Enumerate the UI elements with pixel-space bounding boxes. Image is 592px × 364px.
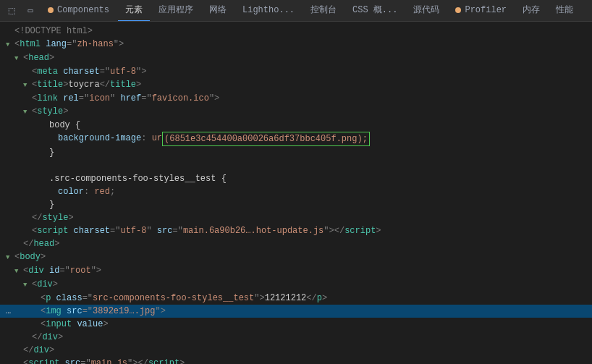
tab-profiler[interactable]: Profiler [448, 0, 514, 22]
collapse-arrow[interactable] [23, 78, 32, 92]
css-selector2: .src-components-foo-styles__test { [49, 172, 227, 185]
tab-elements[interactable]: 元素 [118, 0, 150, 22]
css-close-brace2: } [49, 198, 54, 211]
code-line: <link rel="icon" href="favicon.ico" > [0, 92, 592, 105]
code-line: <meta charset="utf-8" > [0, 65, 592, 78]
code-line: <title>toycra</title> [0, 78, 592, 92]
code-line: } [0, 146, 592, 159]
selected-code-line[interactable]: … <img src="3892e19….jpg" > [0, 305, 592, 318]
css-color-prop: color [58, 185, 84, 198]
code-line: background-image: ur(6851e3c454400a00026… [0, 132, 592, 146]
html-tree[interactable]: <!DOCTYPE html> <html lang="zh-hans" > <… [0, 22, 592, 364]
code-line: .src-components-foo-styles__test { [0, 172, 592, 185]
code-line: </head> [0, 237, 592, 250]
doctype-text: <!DOCTYPE html> [14, 25, 93, 38]
collapse-arrow[interactable] [23, 278, 32, 292]
code-line: body { [0, 119, 592, 132]
tab-console[interactable]: 控制台 [303, 0, 344, 22]
code-line: } [0, 198, 592, 211]
collapse-arrow[interactable] [6, 38, 14, 51]
tab-network[interactable]: 网络 [202, 0, 234, 22]
collapse-arrow[interactable] [23, 105, 32, 119]
css-property: background-image [58, 132, 141, 145]
tab-memory[interactable]: 内存 [515, 0, 547, 22]
components-dot [48, 7, 54, 13]
code-line: <html lang="zh-hans" > [0, 38, 592, 51]
tab-css-overview[interactable]: CSS 概... [345, 0, 405, 22]
code-line: color: red; [0, 185, 592, 198]
tab-lighthouse[interactable]: Lightho... [235, 0, 302, 22]
code-line: <p class="src-components-foo-styles__tes… [0, 292, 592, 305]
code-line: </style> [0, 211, 592, 224]
tab-application[interactable]: 应用程序 [151, 0, 200, 22]
inspect-icon[interactable]: ⬚ [3, 2, 20, 20]
code-panel: <!DOCTYPE html> <html lang="zh-hans" > <… [0, 22, 592, 364]
code-line: <div id="root" > [0, 264, 592, 278]
code-line: </div> [0, 331, 592, 344]
profiler-dot [455, 7, 461, 13]
code-line: <script src="main.js" ></script> [0, 357, 592, 364]
code-line: <body> [0, 250, 592, 264]
tab-components[interactable]: Components [41, 0, 117, 22]
code-line: <head> [0, 51, 592, 65]
devtools-toolbar: ⬚ ▭ Components 元素 应用程序 网络 Lightho... 控制台… [0, 0, 592, 22]
device-toggle-icon[interactable]: ▭ [22, 2, 39, 20]
css-value-text: ur [152, 132, 162, 145]
code-line: <div> [0, 278, 592, 292]
collapse-arrow[interactable] [6, 250, 14, 264]
tab-performance[interactable]: 性能 [549, 0, 580, 22]
code-line [0, 159, 592, 172]
css-color-value: red [94, 185, 110, 198]
collapse-arrow[interactable] [14, 264, 23, 278]
collapse-arrow[interactable] [14, 51, 23, 65]
code-line: </div> [0, 344, 592, 357]
css-close-brace: } [49, 146, 54, 159]
tab-sources[interactable]: 源代码 [406, 0, 447, 22]
code-line: <!DOCTYPE html> [0, 25, 592, 38]
css-selector: body { [49, 119, 80, 132]
code-line: <style> [0, 105, 592, 119]
code-line: <input value > [0, 318, 592, 331]
highlight-url: (6851e3c454400a00026a6df37bbc405f.png); [162, 132, 370, 146]
code-line: <script charset="utf-8" src="main.6a90b2… [0, 224, 592, 237]
